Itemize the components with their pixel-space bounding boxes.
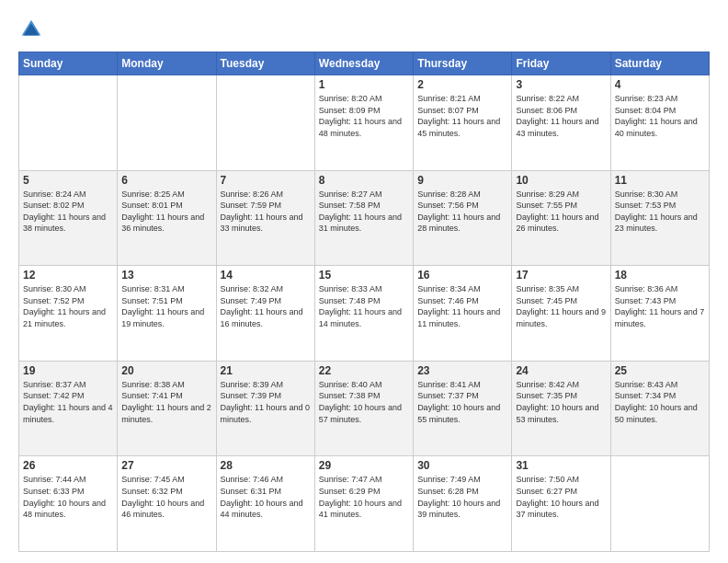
weekday-header-monday: Monday (118, 52, 216, 75)
calendar-cell (118, 75, 216, 171)
calendar-cell: 10Sunrise: 8:29 AMSunset: 7:55 PMDayligh… (512, 170, 610, 266)
day-number: 3 (516, 78, 606, 91)
day-number: 24 (516, 364, 606, 377)
calendar-cell: 31Sunrise: 7:50 AMSunset: 6:27 PMDayligh… (512, 456, 610, 552)
logo-icon (18, 17, 44, 42)
calendar-cell: 30Sunrise: 7:49 AMSunset: 6:28 PMDayligh… (414, 456, 512, 552)
day-info: Sunrise: 8:20 AMSunset: 8:09 PMDaylight:… (319, 93, 409, 139)
weekday-header-saturday: Saturday (610, 52, 709, 75)
day-info: Sunrise: 8:40 AMSunset: 7:38 PMDaylight:… (319, 379, 409, 425)
logo (18, 17, 48, 42)
day-info: Sunrise: 8:30 AMSunset: 7:52 PMDaylight:… (23, 283, 113, 329)
calendar-cell (610, 456, 709, 552)
day-info: Sunrise: 8:25 AMSunset: 8:01 PMDaylight:… (121, 189, 211, 235)
day-number: 22 (319, 364, 409, 377)
day-info: Sunrise: 7:50 AMSunset: 6:27 PMDaylight:… (516, 474, 606, 520)
day-number: 1 (319, 78, 409, 91)
calendar-cell: 25Sunrise: 8:43 AMSunset: 7:34 PMDayligh… (610, 361, 709, 456)
calendar-cell: 3Sunrise: 8:22 AMSunset: 8:06 PMDaylight… (512, 75, 610, 171)
calendar-cell (19, 75, 118, 171)
calendar-cell: 19Sunrise: 8:37 AMSunset: 7:42 PMDayligh… (19, 361, 118, 456)
calendar-cell: 1Sunrise: 8:20 AMSunset: 8:09 PMDaylight… (314, 75, 413, 171)
day-number: 8 (319, 174, 409, 187)
calendar-cell: 23Sunrise: 8:41 AMSunset: 7:37 PMDayligh… (414, 361, 512, 456)
weekday-header-tuesday: Tuesday (216, 52, 314, 75)
calendar-cell: 16Sunrise: 8:34 AMSunset: 7:46 PMDayligh… (414, 266, 512, 362)
day-info: Sunrise: 8:34 AMSunset: 7:46 PMDaylight:… (417, 283, 507, 329)
day-info: Sunrise: 8:35 AMSunset: 7:45 PMDaylight:… (516, 283, 606, 329)
day-number: 5 (23, 174, 113, 187)
day-number: 21 (221, 364, 311, 377)
day-info: Sunrise: 8:32 AMSunset: 7:49 PMDaylight:… (221, 283, 311, 329)
calendar-cell: 4Sunrise: 8:23 AMSunset: 8:04 PMDaylight… (610, 75, 709, 171)
day-number: 28 (221, 459, 311, 472)
day-info: Sunrise: 8:21 AMSunset: 8:07 PMDaylight:… (417, 93, 507, 139)
calendar-cell: 29Sunrise: 7:47 AMSunset: 6:29 PMDayligh… (314, 456, 413, 552)
day-number: 16 (417, 269, 507, 282)
calendar-table: SundayMondayTuesdayWednesdayThursdayFrid… (18, 52, 710, 552)
day-info: Sunrise: 8:39 AMSunset: 7:39 PMDaylight:… (221, 379, 311, 425)
weekday-header-sunday: Sunday (19, 52, 118, 75)
day-number: 15 (319, 269, 409, 282)
week-row-3: 19Sunrise: 8:37 AMSunset: 7:42 PMDayligh… (19, 361, 710, 456)
calendar-cell: 18Sunrise: 8:36 AMSunset: 7:43 PMDayligh… (610, 266, 709, 362)
calendar-cell: 5Sunrise: 8:24 AMSunset: 8:02 PMDaylight… (19, 170, 118, 266)
day-number: 29 (319, 459, 409, 472)
day-info: Sunrise: 8:42 AMSunset: 7:35 PMDaylight:… (516, 379, 606, 425)
day-info: Sunrise: 8:41 AMSunset: 7:37 PMDaylight:… (417, 379, 507, 425)
calendar-cell (216, 75, 314, 171)
day-info: Sunrise: 8:23 AMSunset: 8:04 PMDaylight:… (615, 93, 705, 139)
calendar-cell: 12Sunrise: 8:30 AMSunset: 7:52 PMDayligh… (19, 266, 118, 362)
page: SundayMondayTuesdayWednesdayThursdayFrid… (0, 0, 728, 563)
day-info: Sunrise: 7:45 AMSunset: 6:32 PMDaylight:… (121, 474, 211, 520)
day-number: 17 (516, 269, 606, 282)
calendar-cell: 21Sunrise: 8:39 AMSunset: 7:39 PMDayligh… (216, 361, 314, 456)
calendar-cell: 11Sunrise: 8:30 AMSunset: 7:53 PMDayligh… (610, 170, 709, 266)
day-info: Sunrise: 8:22 AMSunset: 8:06 PMDaylight:… (516, 93, 606, 139)
week-row-1: 5Sunrise: 8:24 AMSunset: 8:02 PMDaylight… (19, 170, 710, 266)
weekday-header-row: SundayMondayTuesdayWednesdayThursdayFrid… (19, 52, 710, 75)
day-number: 7 (221, 174, 311, 187)
calendar-cell: 6Sunrise: 8:25 AMSunset: 8:01 PMDaylight… (118, 170, 216, 266)
day-number: 11 (615, 174, 705, 187)
calendar-cell: 24Sunrise: 8:42 AMSunset: 7:35 PMDayligh… (512, 361, 610, 456)
day-number: 13 (121, 269, 211, 282)
day-info: Sunrise: 7:47 AMSunset: 6:29 PMDaylight:… (319, 474, 409, 520)
day-info: Sunrise: 8:36 AMSunset: 7:43 PMDaylight:… (615, 283, 705, 329)
calendar-cell: 27Sunrise: 7:45 AMSunset: 6:32 PMDayligh… (118, 456, 216, 552)
day-info: Sunrise: 8:28 AMSunset: 7:56 PMDaylight:… (417, 189, 507, 235)
day-number: 9 (417, 174, 507, 187)
day-number: 23 (417, 364, 507, 377)
weekday-header-friday: Friday (512, 52, 610, 75)
day-info: Sunrise: 8:38 AMSunset: 7:41 PMDaylight:… (121, 379, 211, 425)
day-info: Sunrise: 7:44 AMSunset: 6:33 PMDaylight:… (23, 474, 113, 520)
calendar-cell: 14Sunrise: 8:32 AMSunset: 7:49 PMDayligh… (216, 266, 314, 362)
week-row-2: 12Sunrise: 8:30 AMSunset: 7:52 PMDayligh… (19, 266, 710, 362)
day-info: Sunrise: 8:27 AMSunset: 7:58 PMDaylight:… (319, 189, 409, 235)
calendar-cell: 28Sunrise: 7:46 AMSunset: 6:31 PMDayligh… (216, 456, 314, 552)
day-info: Sunrise: 7:49 AMSunset: 6:28 PMDaylight:… (417, 474, 507, 520)
day-info: Sunrise: 8:24 AMSunset: 8:02 PMDaylight:… (23, 189, 113, 235)
day-info: Sunrise: 8:31 AMSunset: 7:51 PMDaylight:… (121, 283, 211, 329)
day-number: 31 (516, 459, 606, 472)
day-number: 19 (23, 364, 113, 377)
calendar-cell: 22Sunrise: 8:40 AMSunset: 7:38 PMDayligh… (314, 361, 413, 456)
weekday-header-thursday: Thursday (414, 52, 512, 75)
calendar-cell: 7Sunrise: 8:26 AMSunset: 7:59 PMDaylight… (216, 170, 314, 266)
day-info: Sunrise: 8:26 AMSunset: 7:59 PMDaylight:… (221, 189, 311, 235)
day-info: Sunrise: 7:46 AMSunset: 6:31 PMDaylight:… (221, 474, 311, 520)
header (18, 17, 710, 42)
weekday-header-wednesday: Wednesday (314, 52, 413, 75)
day-number: 2 (417, 78, 507, 91)
week-row-4: 26Sunrise: 7:44 AMSunset: 6:33 PMDayligh… (19, 456, 710, 552)
day-info: Sunrise: 8:43 AMSunset: 7:34 PMDaylight:… (615, 379, 705, 425)
calendar-cell: 9Sunrise: 8:28 AMSunset: 7:56 PMDaylight… (414, 170, 512, 266)
calendar-cell: 20Sunrise: 8:38 AMSunset: 7:41 PMDayligh… (118, 361, 216, 456)
calendar-cell: 17Sunrise: 8:35 AMSunset: 7:45 PMDayligh… (512, 266, 610, 362)
day-number: 20 (121, 364, 211, 377)
calendar-cell: 15Sunrise: 8:33 AMSunset: 7:48 PMDayligh… (314, 266, 413, 362)
calendar-cell: 26Sunrise: 7:44 AMSunset: 6:33 PMDayligh… (19, 456, 118, 552)
calendar-cell: 13Sunrise: 8:31 AMSunset: 7:51 PMDayligh… (118, 266, 216, 362)
day-number: 12 (23, 269, 113, 282)
day-number: 18 (615, 269, 705, 282)
